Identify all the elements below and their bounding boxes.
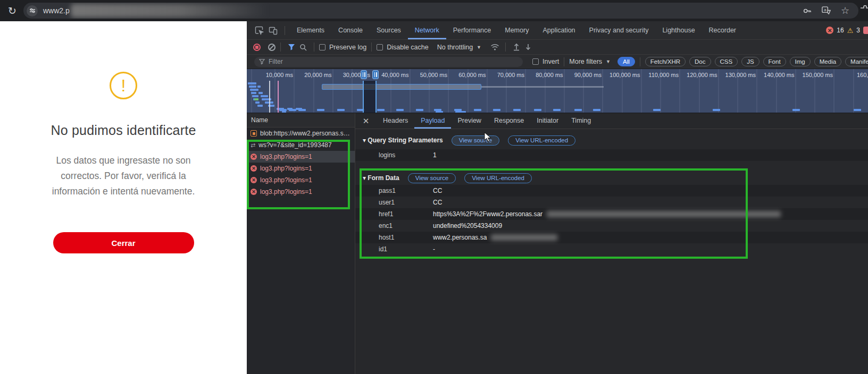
overview-request-bar bbox=[257, 105, 263, 107]
filter-chip-js[interactable]: JS bbox=[741, 57, 759, 66]
request-row[interactable]: ⇄ws?v=7&site_id=1993487 bbox=[247, 139, 355, 151]
filter-chip-media[interactable]: Media bbox=[814, 57, 841, 66]
svg-text:a: a bbox=[823, 7, 826, 12]
filter-chip-all[interactable]: All bbox=[617, 57, 635, 66]
request-row[interactable]: blob:https://www2.personas.s… bbox=[247, 128, 355, 139]
warning-glyph: ! bbox=[121, 77, 126, 94]
invert-checkbox[interactable] bbox=[532, 58, 539, 65]
form-param-key: enc1 bbox=[355, 222, 433, 230]
long-request-tail bbox=[481, 86, 604, 88]
close-details-icon[interactable]: ✕ bbox=[355, 113, 377, 129]
more-filters-dropdown-arrow[interactable]: ▼ bbox=[606, 59, 611, 64]
devtools-tab-elements[interactable]: Elements bbox=[290, 21, 331, 39]
import-har-icon[interactable] bbox=[511, 43, 522, 51]
console-badges[interactable]: ✕ 16 ⚠ 3 bbox=[826, 21, 868, 39]
overview-request-dash bbox=[289, 109, 296, 111]
devtools-tab-application[interactable]: Application bbox=[536, 21, 582, 39]
filter-chip-fetch-xhr[interactable]: Fetch/XHR bbox=[645, 57, 686, 66]
selection-handle-right[interactable] bbox=[372, 70, 379, 79]
preserve-log-label[interactable]: Preserve log bbox=[329, 44, 366, 51]
request-row[interactable]: ✕log3.php?logins=1 bbox=[247, 186, 355, 198]
overview-request-bar bbox=[261, 95, 268, 97]
devtools-tab-recorder[interactable]: Recorder bbox=[702, 21, 743, 39]
timeline-label: 110,000 ms bbox=[642, 69, 681, 81]
disable-cache-checkbox[interactable] bbox=[377, 44, 383, 50]
devtools-tab-memory[interactable]: Memory bbox=[498, 21, 536, 39]
disable-cache-label[interactable]: Disable cache bbox=[387, 44, 429, 51]
password-key-icon[interactable] bbox=[801, 5, 813, 16]
request-row[interactable]: ✕log3.php?logins=1 bbox=[247, 174, 355, 186]
selection-handle-left[interactable] bbox=[361, 70, 367, 79]
name-column-header[interactable]: Name bbox=[247, 113, 355, 128]
query-view-source-button[interactable]: View source bbox=[452, 135, 499, 146]
invert-label[interactable]: Invert bbox=[542, 58, 559, 65]
details-tab-payload[interactable]: Payload bbox=[414, 113, 451, 129]
filter-chip-manifest[interactable]: Manifest bbox=[845, 57, 868, 66]
devtools-tab-sources[interactable]: Sources bbox=[370, 21, 408, 39]
translate-icon[interactable]: a bbox=[820, 5, 832, 16]
throttling-select[interactable]: No throttling bbox=[437, 44, 473, 51]
devtools-tabs: ElementsConsoleSourcesNetworkPerformance… bbox=[290, 21, 743, 39]
network-conditions-icon[interactable] bbox=[489, 44, 500, 51]
query-view-url-encoded-button[interactable]: View URL-encoded bbox=[508, 135, 575, 146]
filter-toggle-icon[interactable] bbox=[286, 44, 297, 50]
request-row[interactable]: ✕log3.php?logins=1 bbox=[247, 151, 355, 163]
details-tab-bar: ✕ HeadersPayloadPreviewResponseInitiator… bbox=[355, 113, 868, 129]
request-row[interactable]: ✕log3.php?logins=1 bbox=[247, 163, 355, 174]
filter-chip-css[interactable]: CSS bbox=[715, 57, 738, 66]
device-toolbar-icon[interactable] bbox=[266, 21, 280, 39]
devtools-tab-console[interactable]: Console bbox=[331, 21, 370, 39]
reload-icon[interactable]: ↻ bbox=[5, 5, 19, 17]
overview-request-dash bbox=[553, 109, 561, 111]
issues-icon[interactable] bbox=[863, 27, 868, 34]
filter-chip-font[interactable]: Font bbox=[763, 57, 786, 66]
clear-network-log-button[interactable] bbox=[268, 44, 276, 51]
browser-toolbar: ↻ www2.p a ☆ bbox=[0, 0, 868, 21]
close-button[interactable]: Cerrar bbox=[53, 232, 194, 253]
overview-request-dash bbox=[298, 109, 306, 111]
query-string-title[interactable]: Query String Parameters bbox=[363, 137, 443, 144]
record-network-log-button[interactable] bbox=[253, 44, 261, 51]
details-tab-preview[interactable]: Preview bbox=[451, 113, 487, 129]
filter-chip-doc[interactable]: Doc bbox=[689, 57, 711, 66]
overview-request-dash bbox=[396, 109, 404, 111]
site-settings-icon[interactable] bbox=[27, 5, 38, 16]
form-param-value: undefined%2054334009 bbox=[433, 222, 502, 230]
timeline-ruler: 10,000 ms20,000 ms30,000 ms40,000 ms50,0… bbox=[247, 69, 868, 81]
devtools-tab-performance[interactable]: Performance bbox=[446, 21, 498, 39]
details-tab-initiator[interactable]: Initiator bbox=[530, 113, 565, 129]
filter-input[interactable]: Filter bbox=[254, 57, 523, 67]
request-error-icon: ✕ bbox=[251, 154, 257, 160]
devtools-tab-privacy-and-security[interactable]: Privacy and security bbox=[582, 21, 656, 39]
form-view-url-encoded-button[interactable]: View URL-encoded bbox=[464, 173, 532, 183]
devtools-tab-bar: ElementsConsoleSourcesNetworkPerformance… bbox=[247, 21, 868, 40]
filter-chip-img[interactable]: Img bbox=[790, 57, 811, 66]
timeline-label: 50,000 ms bbox=[411, 69, 449, 81]
address-bar[interactable]: www2.p a ☆ bbox=[23, 3, 858, 19]
export-har-icon[interactable] bbox=[522, 43, 534, 51]
query-string-section: Query String Parameters View source View… bbox=[355, 133, 868, 161]
form-data-title[interactable]: Form Data bbox=[363, 174, 399, 182]
form-view-source-button[interactable]: View source bbox=[408, 173, 456, 183]
overview-request-bar bbox=[258, 92, 263, 94]
extensions-icon[interactable] bbox=[858, 4, 868, 17]
overview-selection-window[interactable] bbox=[363, 81, 377, 113]
devtools-tab-network[interactable]: Network bbox=[408, 21, 446, 39]
search-icon[interactable] bbox=[297, 44, 309, 51]
throttling-dropdown-arrow[interactable]: ▼ bbox=[477, 45, 481, 50]
request-list-panel: Name blob:https://www2.personas.s…⇄ws?v=… bbox=[247, 113, 355, 374]
preserve-log-checkbox[interactable] bbox=[319, 44, 326, 50]
login-error-page: ! No pudimos identificarte Los datos que… bbox=[0, 21, 247, 374]
devtools-tab-lighthouse[interactable]: Lighthouse bbox=[655, 21, 702, 39]
bookmark-star-icon[interactable]: ☆ bbox=[839, 5, 851, 16]
timeline-label: 70,000 ms bbox=[488, 69, 527, 81]
details-tab-response[interactable]: Response bbox=[488, 113, 530, 129]
details-tab-headers[interactable]: Headers bbox=[377, 113, 414, 129]
page-title: No pudimos identificarte bbox=[51, 123, 196, 138]
details-tab-timing[interactable]: Timing bbox=[565, 113, 597, 129]
network-overview[interactable]: 10,000 ms20,000 ms30,000 ms40,000 ms50,0… bbox=[247, 69, 868, 113]
websocket-icon: ⇄ bbox=[251, 142, 255, 149]
url-text[interactable]: www2.p bbox=[43, 6, 70, 15]
more-filters-label[interactable]: More filters bbox=[569, 58, 602, 65]
inspect-element-icon[interactable] bbox=[252, 21, 266, 39]
